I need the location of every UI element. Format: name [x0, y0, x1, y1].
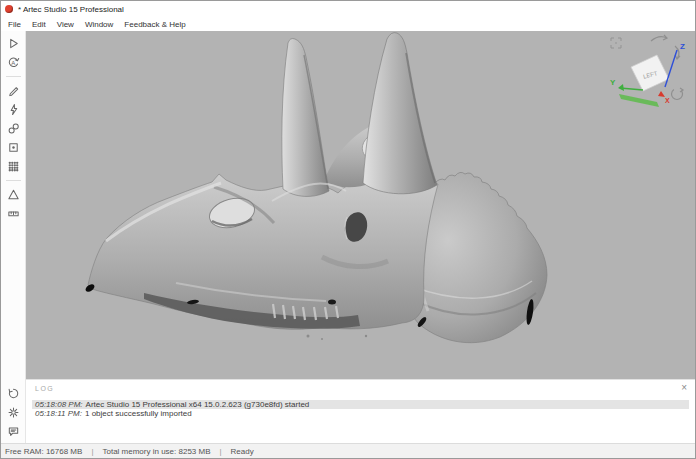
log-entry[interactable]: 05:18:11 PM:1 object successfully import… [32, 409, 689, 418]
spin-view-icon[interactable] [672, 88, 684, 100]
menu-bar: File Edit View Window Feedback & Help [1, 17, 695, 31]
history-button[interactable] [3, 384, 23, 403]
axis-y-label: Y [610, 78, 616, 87]
texture-icon [7, 141, 20, 154]
texture-button[interactable] [3, 138, 23, 157]
skull-body [88, 174, 438, 329]
log-entry-message: Artec Studio 15 Professional x64 15.0.2.… [86, 400, 310, 409]
editor-button[interactable] [3, 81, 23, 100]
status-bar: Free RAM: 16768 MB | Total memory in use… [1, 443, 695, 458]
status-ready: Ready [231, 447, 254, 456]
feedback-button[interactable] [3, 422, 23, 441]
autopilot-button[interactable]: A [3, 53, 23, 72]
viewport-3d[interactable]: LEFT Z Y X [26, 31, 695, 379]
mesh-button[interactable] [3, 157, 23, 176]
history-icon [7, 387, 20, 400]
jaw-hole [328, 300, 336, 305]
menu-item-feedback-help[interactable]: Feedback & Help [124, 20, 185, 29]
model-triceratops-skull[interactable] [26, 31, 695, 379]
tools-button[interactable] [3, 100, 23, 119]
lightning-icon [7, 103, 20, 116]
align-button[interactable] [3, 119, 23, 138]
toolbar-separator [6, 76, 21, 77]
menu-item-edit[interactable]: Edit [32, 20, 46, 29]
status-separator: | [91, 447, 93, 456]
skull-right-horn [363, 33, 437, 194]
navigation-cube[interactable]: LEFT Z Y X [607, 33, 691, 113]
triangle-icon [7, 188, 20, 201]
status-separator: | [220, 447, 222, 456]
axis-x-arrow [658, 91, 665, 97]
scan-play-icon [7, 37, 20, 50]
scan-debris [307, 335, 310, 338]
log-panel: LOG × 05:18:08 PM:Artec Studio 15 Profes… [26, 379, 695, 443]
log-panel-title: LOG [35, 385, 54, 392]
side-toolbar: A [1, 31, 26, 443]
menu-item-window[interactable]: Window [85, 20, 113, 29]
app-icon [5, 5, 13, 13]
title-bar[interactable]: * Artec Studio 15 Professional [1, 1, 695, 17]
axis-y-arrow [618, 84, 624, 91]
align-circles-icon [7, 122, 20, 135]
dotted-grid-icon [7, 160, 20, 173]
ruler-icon [7, 207, 20, 220]
window-title: * Artec Studio 15 Professional [18, 5, 124, 14]
svg-text:A: A [11, 60, 15, 66]
scan-debris [321, 338, 323, 340]
construct-button[interactable] [3, 185, 23, 204]
pencil-icon [7, 84, 20, 97]
log-entry-message: 1 object successfully imported [85, 409, 192, 418]
cube-base-edge [619, 94, 659, 107]
menu-item-file[interactable]: File [8, 20, 21, 29]
fit-view-icon[interactable] [611, 38, 621, 48]
axis-z-line [665, 50, 677, 87]
log-entries: 05:18:08 PM:Artec Studio 15 Professional… [32, 400, 689, 418]
log-entry[interactable]: 05:18:08 PM:Artec Studio 15 Professional… [32, 400, 689, 409]
status-memory-in-use: Total memory in use: 8253 MB [102, 447, 210, 456]
axis-z-label: Z [680, 42, 685, 51]
log-close-button[interactable]: × [681, 383, 687, 393]
scan-debris [365, 335, 367, 337]
log-entry-time: 05:18:08 PM: [35, 400, 83, 409]
settings-button[interactable] [3, 403, 23, 422]
artec-studio-window: * Artec Studio 15 Professional File Edit… [0, 0, 696, 459]
gear-icon [7, 406, 20, 419]
toolbar-separator [6, 180, 21, 181]
autopilot-icon: A [7, 56, 20, 69]
log-entry-time: 05:18:11 PM: [35, 409, 82, 418]
rotate-view-icon[interactable] [651, 35, 667, 41]
axis-x-label: X [665, 97, 670, 104]
chat-bubble-icon [7, 425, 20, 438]
status-free-ram: Free RAM: 16768 MB [5, 447, 82, 456]
scan-button[interactable] [3, 34, 23, 53]
menu-item-view[interactable]: View [57, 20, 74, 29]
measure-button[interactable] [3, 204, 23, 223]
